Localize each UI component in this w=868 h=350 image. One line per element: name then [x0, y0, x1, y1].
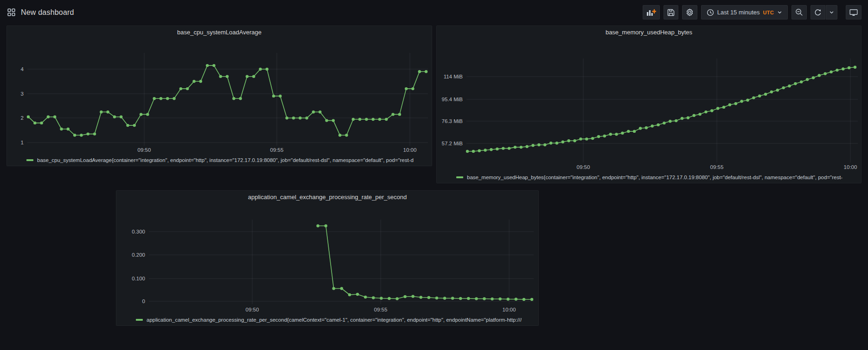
chevron-down-icon	[829, 10, 834, 15]
dashboard-header: New dashboard	[0, 0, 868, 25]
legend-color-swatch	[26, 159, 33, 161]
refresh-icon	[814, 9, 822, 16]
panel-title[interactable]: application_camel_exchange_processing_ra…	[116, 191, 538, 204]
svg-text:09:50: 09:50	[138, 147, 151, 153]
zoom-out-button[interactable]	[791, 5, 807, 19]
svg-text:4: 4	[21, 66, 24, 72]
legend-series-label: base_cpu_systemLoadAverage{container="in…	[37, 157, 414, 163]
memory-heap-chart: 114 MiB95.4 MiB76.3 MiB57.2 MiB09:5009:5…	[437, 39, 861, 173]
legend-series-label: base_memory_usedHeap_bytes{container="in…	[467, 175, 842, 180]
dashboard-settings-button[interactable]	[682, 5, 697, 19]
time-range-label: Last 15 minutes	[717, 9, 760, 16]
svg-text:09:55: 09:55	[270, 147, 284, 153]
save-dashboard-button[interactable]	[664, 5, 678, 19]
svg-text:09:50: 09:50	[246, 307, 259, 312]
svg-text:1: 1	[21, 140, 24, 145]
svg-text:0.200: 0.200	[132, 252, 145, 258]
gear-icon	[686, 8, 694, 16]
kiosk-mode-button[interactable]	[846, 5, 862, 19]
panel-title[interactable]: base_memory_usedHeap_bytes	[437, 26, 861, 39]
dashboard-title: New dashboard	[21, 8, 74, 17]
magnifier-minus-icon	[795, 8, 803, 16]
svg-text:2: 2	[21, 115, 24, 121]
svg-text:09:55: 09:55	[710, 164, 724, 170]
refresh-button-group	[811, 5, 837, 19]
legend-item[interactable]: base_cpu_systemLoadAverage{container="in…	[7, 156, 432, 166]
legend-item[interactable]: base_memory_usedHeap_bytes{container="in…	[437, 173, 861, 183]
panel-camel-processing-rate: application_camel_exchange_processing_ra…	[116, 190, 539, 326]
svg-text:0.300: 0.300	[132, 229, 145, 234]
apps-grid-icon[interactable]	[7, 8, 15, 16]
dashboard-toolbar: Last 15 minutes UTC	[643, 5, 862, 19]
svg-text:76.3 MiB: 76.3 MiB	[442, 118, 463, 124]
timezone-badge: UTC	[763, 10, 774, 15]
chevron-down-icon	[777, 10, 782, 15]
svg-text:114 MiB: 114 MiB	[444, 74, 463, 79]
bar-chart-plus-icon	[646, 9, 656, 16]
svg-text:0.100: 0.100	[132, 276, 145, 281]
floppy-disk-icon	[667, 9, 675, 16]
processing-rate-chart: 0.3000.2000.100009:5009:5510:00	[116, 204, 538, 315]
svg-text:95.4 MiB: 95.4 MiB	[442, 97, 463, 102]
svg-text:09:50: 09:50	[577, 164, 590, 170]
panel-title[interactable]: base_cpu_systemLoadAverage	[7, 26, 432, 39]
panel-cpu-system-load-average: base_cpu_systemLoadAverage 432109:5009:5…	[6, 26, 432, 166]
svg-text:0: 0	[142, 298, 145, 304]
time-range-picker[interactable]: Last 15 minutes UTC	[701, 5, 788, 19]
svg-text:57.2 MiB: 57.2 MiB	[442, 141, 463, 146]
svg-text:10:00: 10:00	[403, 147, 417, 153]
refresh-button[interactable]	[811, 5, 825, 19]
panel-memory-used-heap: base_memory_usedHeap_bytes 114 MiB95.4 M…	[436, 26, 862, 183]
legend-color-swatch	[456, 176, 463, 178]
legend-color-swatch	[136, 319, 143, 321]
monitor-icon	[849, 9, 858, 16]
cpu-load-chart: 432109:5009:5510:00	[7, 39, 432, 156]
clock-icon	[707, 9, 714, 16]
svg-text:10:00: 10:00	[503, 307, 516, 312]
add-panel-button[interactable]	[643, 5, 660, 19]
svg-text:10:00: 10:00	[844, 164, 857, 170]
svg-text:3: 3	[21, 91, 24, 97]
legend-item[interactable]: application_camel_exchange_processing_ra…	[116, 315, 538, 325]
svg-text:09:55: 09:55	[374, 307, 388, 312]
refresh-interval-dropdown[interactable]	[826, 5, 837, 19]
legend-series-label: application_camel_exchange_processing_ra…	[147, 317, 522, 323]
